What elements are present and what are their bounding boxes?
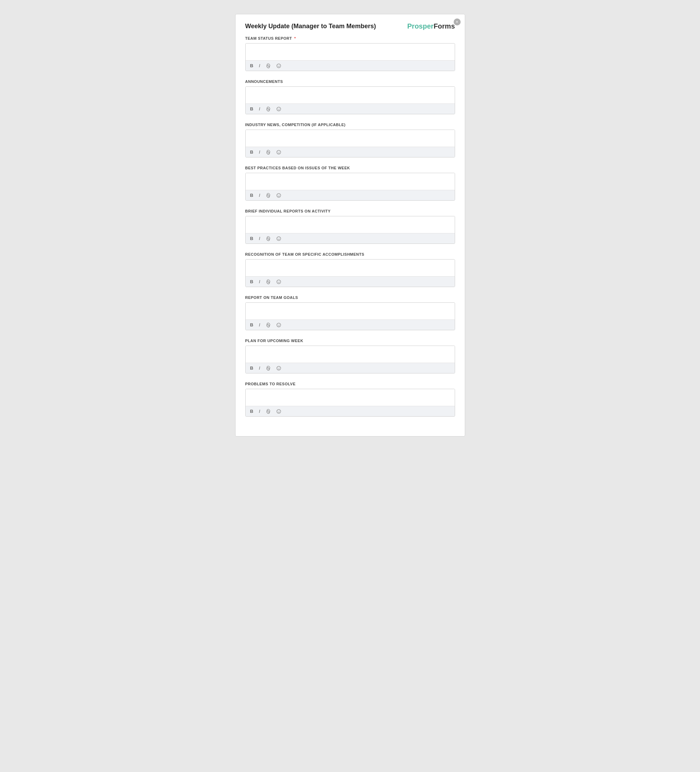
bold-button[interactable]: B xyxy=(249,235,254,242)
svg-point-7 xyxy=(278,151,278,152)
field-label-problems-to-resolve: PROBLEMS TO RESOLVE xyxy=(245,382,455,386)
textarea-industry-news[interactable] xyxy=(245,130,455,147)
svg-point-6 xyxy=(276,150,280,154)
svg-point-0 xyxy=(276,64,280,67)
svg-point-26 xyxy=(279,411,280,411)
field-group-individual-reports: BRIEF INDIVIDUAL REPORTS ON ACTIVITYBI xyxy=(245,209,455,244)
emoji-button[interactable] xyxy=(275,63,282,69)
emoji-button[interactable] xyxy=(275,322,282,328)
bold-button[interactable]: B xyxy=(249,365,254,371)
bold-button[interactable]: B xyxy=(249,408,254,415)
bold-button[interactable]: B xyxy=(249,278,254,285)
italic-button[interactable]: I xyxy=(258,149,261,155)
italic-button[interactable]: I xyxy=(258,278,261,285)
svg-point-8 xyxy=(279,151,280,152)
svg-point-22 xyxy=(278,367,278,368)
bold-button[interactable]: B xyxy=(249,62,254,69)
svg-point-9 xyxy=(276,193,280,197)
toolbar-team-goals: BI xyxy=(245,319,455,330)
logo-prosper: Prosper xyxy=(407,23,434,29)
editor-announcements: BI xyxy=(245,87,455,114)
link-button[interactable] xyxy=(265,63,272,69)
textarea-problems-to-resolve[interactable] xyxy=(245,389,455,406)
textarea-team-goals[interactable] xyxy=(245,303,455,319)
svg-point-1 xyxy=(278,65,278,65)
textarea-individual-reports[interactable] xyxy=(245,216,455,233)
svg-point-16 xyxy=(278,281,278,281)
svg-point-4 xyxy=(278,108,278,109)
textarea-team-status-report[interactable] xyxy=(245,44,455,60)
close-button[interactable]: × xyxy=(454,18,461,25)
bold-button[interactable]: B xyxy=(249,192,254,199)
svg-point-3 xyxy=(276,107,280,111)
svg-point-14 xyxy=(279,237,280,238)
emoji-button[interactable] xyxy=(275,236,282,242)
fields-container: TEAM STATUS REPORT *BI ANNOUNCEMENTSBI I… xyxy=(245,36,455,417)
textarea-recognition[interactable] xyxy=(245,260,455,276)
field-label-industry-news: INDUSTRY NEWS, COMPETITION (IF APPLICABL… xyxy=(245,123,455,127)
svg-point-10 xyxy=(278,195,278,195)
form-header: Weekly Update (Manager to Team Members) … xyxy=(245,23,455,30)
bold-button[interactable]: B xyxy=(249,322,254,328)
italic-button[interactable]: I xyxy=(258,235,261,242)
italic-button[interactable]: I xyxy=(258,192,261,199)
emoji-button[interactable] xyxy=(275,192,282,199)
form-container: Weekly Update (Manager to Team Members) … xyxy=(235,14,465,437)
link-button[interactable] xyxy=(265,408,272,415)
svg-point-19 xyxy=(278,324,278,325)
link-button[interactable] xyxy=(265,149,272,155)
italic-button[interactable]: I xyxy=(258,408,261,415)
toolbar-industry-news: BI xyxy=(245,147,455,157)
svg-point-23 xyxy=(279,367,280,368)
svg-point-21 xyxy=(276,366,280,370)
editor-team-status-report: BI xyxy=(245,43,455,71)
svg-point-24 xyxy=(276,409,280,413)
link-button[interactable] xyxy=(265,236,272,242)
textarea-plan-upcoming[interactable] xyxy=(245,346,455,363)
toolbar-best-practices: BI xyxy=(245,190,455,200)
required-star: * xyxy=(293,36,296,41)
emoji-button[interactable] xyxy=(275,149,282,155)
toolbar-announcements: BI xyxy=(245,103,455,114)
bold-button[interactable]: B xyxy=(249,149,254,155)
field-label-best-practices: BEST PRACTICES BASED ON ISSUES OF THE WE… xyxy=(245,166,455,170)
svg-point-25 xyxy=(278,411,278,411)
field-group-industry-news: INDUSTRY NEWS, COMPETITION (IF APPLICABL… xyxy=(245,123,455,157)
field-group-recognition: RECOGNITION OF TEAM OR SPECIFIC ACCOMPLI… xyxy=(245,252,455,287)
editor-problems-to-resolve: BI xyxy=(245,389,455,417)
editor-recognition: BI xyxy=(245,259,455,287)
textarea-announcements[interactable] xyxy=(245,87,455,103)
italic-button[interactable]: I xyxy=(258,106,261,112)
toolbar-individual-reports: BI xyxy=(245,233,455,244)
field-label-recognition: RECOGNITION OF TEAM OR SPECIFIC ACCOMPLI… xyxy=(245,252,455,257)
link-button[interactable] xyxy=(265,192,272,199)
emoji-button[interactable] xyxy=(275,408,282,415)
field-label-team-goals: REPORT ON TEAM GOALS xyxy=(245,295,455,299)
svg-point-5 xyxy=(279,108,280,109)
bold-button[interactable]: B xyxy=(249,106,254,112)
link-button[interactable] xyxy=(265,365,272,371)
emoji-button[interactable] xyxy=(275,279,282,285)
editor-plan-upcoming: BI xyxy=(245,345,455,373)
field-label-individual-reports: BRIEF INDIVIDUAL REPORTS ON ACTIVITY xyxy=(245,209,455,213)
field-group-team-status-report: TEAM STATUS REPORT *BI xyxy=(245,36,455,71)
link-button[interactable] xyxy=(265,106,272,112)
field-group-team-goals: REPORT ON TEAM GOALSBI xyxy=(245,295,455,330)
textarea-best-practices[interactable] xyxy=(245,173,455,190)
toolbar-recognition: BI xyxy=(245,276,455,287)
svg-point-20 xyxy=(279,324,280,325)
field-label-team-status-report: TEAM STATUS REPORT * xyxy=(245,36,455,41)
editor-team-goals: BI xyxy=(245,303,455,330)
emoji-button[interactable] xyxy=(275,365,282,371)
link-button[interactable] xyxy=(265,322,272,328)
editor-individual-reports: BI xyxy=(245,216,455,244)
toolbar-problems-to-resolve: BI xyxy=(245,406,455,416)
italic-button[interactable]: I xyxy=(258,322,261,328)
link-button[interactable] xyxy=(265,279,272,285)
italic-button[interactable]: I xyxy=(258,365,261,371)
svg-point-17 xyxy=(279,281,280,281)
emoji-button[interactable] xyxy=(275,106,282,112)
logo-forms: Forms xyxy=(433,23,455,29)
svg-point-18 xyxy=(276,323,280,327)
italic-button[interactable]: I xyxy=(258,62,261,69)
